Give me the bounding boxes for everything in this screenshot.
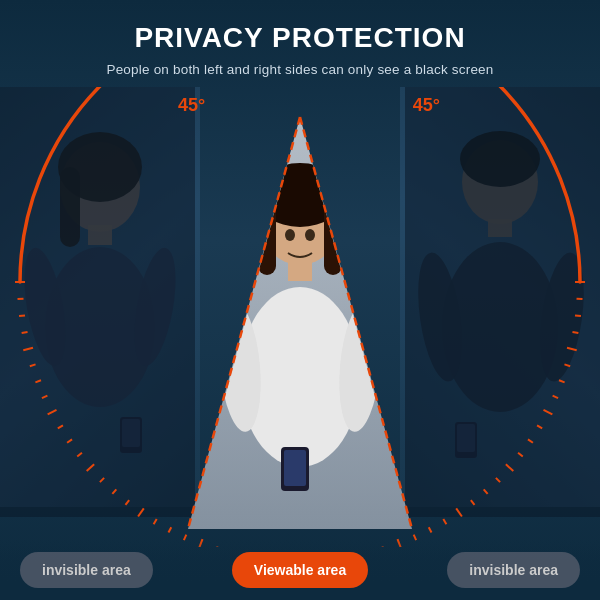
svg-line-78 bbox=[553, 396, 558, 398]
diagram-area: 45° 45° invisible area Viewable area inv… bbox=[0, 87, 600, 600]
invisible-area-right-label: invisible area bbox=[447, 552, 580, 588]
svg-line-35 bbox=[19, 315, 25, 316]
svg-line-83 bbox=[575, 315, 581, 316]
svg-line-76 bbox=[537, 425, 542, 428]
svg-line-73 bbox=[506, 464, 513, 471]
svg-line-50 bbox=[154, 519, 157, 524]
svg-line-75 bbox=[528, 439, 533, 442]
svg-line-47 bbox=[112, 489, 116, 493]
svg-line-80 bbox=[564, 364, 570, 366]
page-title: PRIVACY PROTECTION bbox=[134, 22, 465, 54]
invisible-area-left-label: invisible area bbox=[20, 552, 153, 588]
svg-line-82 bbox=[572, 332, 578, 333]
angle-left-label: 45° bbox=[178, 95, 205, 116]
angle-right-label: 45° bbox=[413, 95, 440, 116]
page-subtitle: People on both left and right sides can … bbox=[106, 62, 493, 77]
svg-line-43 bbox=[67, 439, 72, 442]
svg-line-68 bbox=[443, 519, 446, 524]
svg-line-74 bbox=[518, 453, 523, 457]
svg-line-39 bbox=[35, 380, 41, 382]
svg-line-45 bbox=[87, 464, 94, 471]
svg-line-79 bbox=[559, 380, 565, 382]
svg-line-71 bbox=[484, 489, 488, 493]
svg-line-44 bbox=[77, 453, 82, 457]
svg-line-49 bbox=[138, 508, 144, 516]
svg-line-77 bbox=[544, 410, 553, 415]
svg-line-51 bbox=[168, 527, 171, 532]
svg-line-46 bbox=[100, 478, 104, 482]
svg-line-48 bbox=[125, 500, 129, 505]
svg-line-41 bbox=[48, 410, 57, 415]
svg-line-72 bbox=[496, 478, 500, 482]
svg-line-42 bbox=[58, 425, 63, 428]
svg-line-40 bbox=[42, 396, 47, 398]
svg-line-81 bbox=[567, 348, 577, 350]
tick-marks-svg bbox=[0, 87, 600, 547]
svg-line-70 bbox=[471, 500, 475, 505]
svg-line-38 bbox=[30, 364, 36, 366]
svg-line-69 bbox=[456, 508, 462, 516]
main-container: PRIVACY PROTECTION People on both left a… bbox=[0, 0, 600, 600]
svg-line-36 bbox=[22, 332, 28, 333]
viewable-area-label: Viewable area bbox=[232, 552, 368, 588]
svg-line-37 bbox=[23, 348, 33, 350]
svg-line-67 bbox=[429, 527, 432, 532]
labels-row: invisible area Viewable area invisible a… bbox=[0, 540, 600, 600]
